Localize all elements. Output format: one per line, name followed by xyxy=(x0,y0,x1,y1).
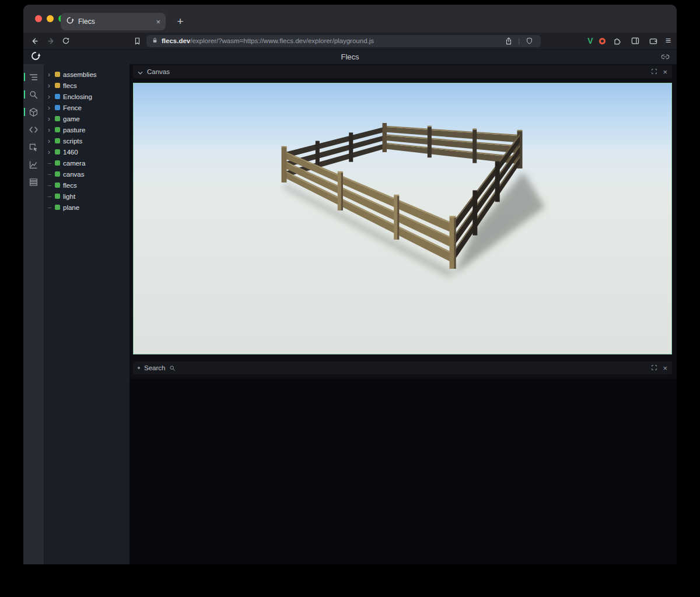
url-text: flecs.dev/explorer/?wasm=https://www.fle… xyxy=(162,37,499,44)
tree-item-label: assemblies xyxy=(63,71,97,78)
tree-item-label: Fence xyxy=(63,104,82,111)
close-icon[interactable]: × xyxy=(663,364,667,372)
tree-item-label: Enclosing xyxy=(63,93,92,100)
chevron-down-icon[interactable] xyxy=(138,66,143,77)
share-icon[interactable] xyxy=(502,35,514,47)
menu-icon[interactable]: ≡ xyxy=(666,36,671,45)
chevron-right-icon[interactable]: › xyxy=(48,115,52,122)
chevron-right-icon[interactable]: › xyxy=(48,127,52,134)
tree-item-game[interactable]: ›game xyxy=(44,113,130,124)
tab-close-icon[interactable]: × xyxy=(156,18,160,26)
wallet-icon[interactable] xyxy=(648,35,660,47)
puzzle-extensions-icon[interactable] xyxy=(611,35,624,47)
tables-rows-icon[interactable] xyxy=(27,175,41,189)
browser-window: Flecs × + flecs.dev/explorer/?wasm=https… xyxy=(23,5,677,564)
tree-item-scripts[interactable]: ›scripts xyxy=(44,135,130,146)
entity-color-swatch xyxy=(55,138,60,143)
new-tab-button[interactable]: + xyxy=(173,14,188,29)
search-panel-body[interactable] xyxy=(130,379,677,564)
entity-color-swatch xyxy=(55,160,60,166)
tree-leaf-dash-icon: – xyxy=(48,171,52,177)
tree-item-label: pasture xyxy=(63,127,85,134)
panel-dot-icon[interactable] xyxy=(138,367,140,369)
content-area: ›assemblies ›flecs ›Enclosing ›Fence ›ga… xyxy=(23,64,677,564)
tree-item-label: flecs xyxy=(63,82,77,89)
chevron-right-icon[interactable]: › xyxy=(48,149,52,156)
app-header: Flecs xyxy=(23,49,677,64)
lock-icon xyxy=(152,36,158,46)
browser-tab[interactable]: Flecs × xyxy=(61,13,166,30)
minimize-window-button[interactable] xyxy=(47,15,54,22)
tree-leaf-dash-icon: – xyxy=(48,204,52,210)
tree-item-enclosing[interactable]: ›Enclosing xyxy=(44,91,130,102)
fence-scene xyxy=(134,83,671,354)
tree-item-fence[interactable]: ›Fence xyxy=(44,102,130,113)
tree-item-camera[interactable]: –camera xyxy=(44,157,130,168)
tree-leaf-dash-icon: – xyxy=(48,160,52,166)
tree-item-label: flecs xyxy=(63,182,77,189)
link-icon[interactable] xyxy=(661,52,670,61)
red-circle-extension-icon[interactable] xyxy=(599,38,606,44)
tree-item-label: camera xyxy=(63,160,85,167)
canvas-panel-header[interactable]: Canvas × xyxy=(133,65,672,78)
tree-item-plane[interactable]: –plane xyxy=(44,202,130,213)
expand-icon[interactable] xyxy=(651,66,657,77)
back-button[interactable] xyxy=(29,35,41,47)
entity-color-swatch xyxy=(55,149,60,154)
code-icon[interactable] xyxy=(27,122,41,136)
entity-tree-icon[interactable] xyxy=(27,70,41,84)
canvas-cube-icon[interactable] xyxy=(27,105,41,119)
address-bar[interactable]: flecs.dev/explorer/?wasm=https://www.fle… xyxy=(146,35,541,47)
chevron-right-icon[interactable]: › xyxy=(48,93,52,100)
forward-button[interactable] xyxy=(44,35,57,47)
entity-color-swatch xyxy=(55,182,60,188)
main-panel-area: Canvas × xyxy=(130,64,677,564)
tree-item-canvas[interactable]: –canvas xyxy=(44,168,130,180)
tree-item-1460[interactable]: ›1460 xyxy=(44,146,130,157)
chevron-right-icon[interactable]: › xyxy=(48,71,52,78)
reload-button[interactable] xyxy=(60,35,72,47)
expand-icon[interactable] xyxy=(651,363,657,373)
tree-item-label: canvas xyxy=(63,171,84,178)
canvas-3d-viewport[interactable] xyxy=(133,83,672,354)
canvas-panel-title: Canvas xyxy=(147,68,170,75)
tool-icon-strip xyxy=(23,64,44,564)
brave-shield-icon[interactable] xyxy=(523,35,536,47)
entity-color-swatch xyxy=(55,83,60,88)
entity-color-swatch xyxy=(55,94,60,99)
entity-tree-panel: ›assemblies ›flecs ›Enclosing ›Fence ›ga… xyxy=(44,64,130,564)
urlbar-separator: | xyxy=(518,37,520,44)
chevron-right-icon[interactable]: › xyxy=(48,82,52,89)
chevron-right-icon[interactable]: › xyxy=(48,138,52,145)
extension-icons: V ≡ xyxy=(587,35,671,47)
tree-item-label: game xyxy=(63,115,80,122)
search-panel-title: Search xyxy=(144,364,165,371)
url-host: flecs.dev xyxy=(162,37,190,44)
tree-leaf-dash-icon: – xyxy=(48,193,52,199)
stats-chart-icon[interactable] xyxy=(27,157,41,171)
page-title: Flecs xyxy=(23,52,677,61)
tree-item-pasture[interactable]: ›pasture xyxy=(44,124,130,135)
tree-item-assemblies[interactable]: ›assemblies xyxy=(44,69,130,80)
v-extension-icon[interactable]: V xyxy=(587,36,593,45)
tab-title: Flecs xyxy=(78,17,152,26)
tree-item-flecs-leaf[interactable]: –flecs xyxy=(44,180,130,191)
tree-item-flecs[interactable]: ›flecs xyxy=(44,80,130,91)
search-tool-icon[interactable] xyxy=(27,87,41,101)
search-panel-controls: × xyxy=(651,363,667,373)
close-window-button[interactable] xyxy=(35,15,42,22)
sidebar-toggle-icon[interactable] xyxy=(629,35,642,47)
canvas-panel-controls: × xyxy=(651,66,667,77)
bookmark-icon[interactable] xyxy=(131,35,144,47)
tree-item-light[interactable]: –light xyxy=(44,191,130,202)
entity-color-swatch xyxy=(55,205,60,210)
search-panel-header[interactable]: Search × xyxy=(133,361,672,374)
tree-leaf-dash-icon: – xyxy=(48,182,52,188)
entity-color-swatch xyxy=(55,72,60,77)
close-icon[interactable]: × xyxy=(663,68,667,76)
chevron-right-icon[interactable]: › xyxy=(48,104,52,111)
browser-toolbar: flecs.dev/explorer/?wasm=https://www.fle… xyxy=(23,33,677,49)
inspect-cursor-icon[interactable] xyxy=(27,140,41,154)
url-path: /explorer/?wasm=https://www.flecs.dev/ex… xyxy=(190,37,374,44)
tree-item-label: scripts xyxy=(63,138,82,145)
